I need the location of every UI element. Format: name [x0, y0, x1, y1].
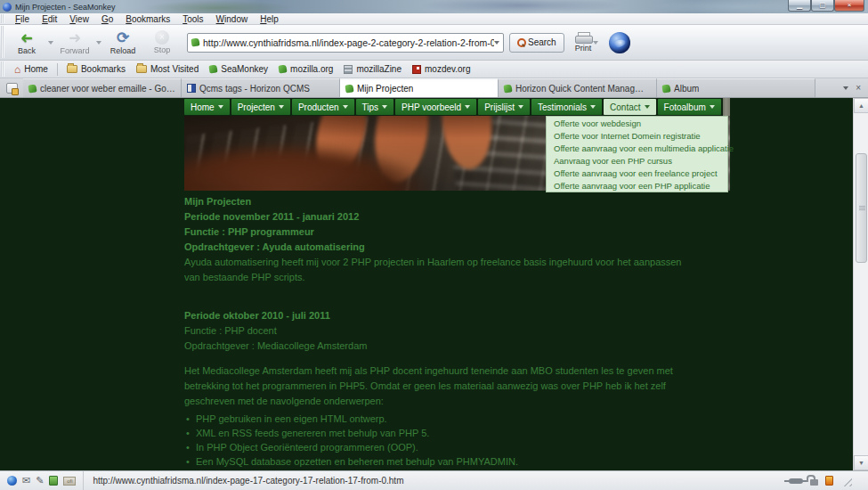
close-button[interactable]: ×: [834, 0, 864, 12]
menu-help[interactable]: Help: [254, 13, 285, 25]
print-button[interactable]: Print: [575, 32, 592, 53]
addressbook-icon[interactable]: [49, 476, 58, 486]
tab-google-search[interactable]: cleaner voor weber emaille - Google Sear…: [23, 78, 182, 97]
section2-period: Periode oktober 2010 - juli 2011: [184, 308, 685, 323]
resize-grip[interactable]: [840, 475, 852, 486]
menu-edit[interactable]: Edit: [36, 13, 63, 25]
section1-body: Ayuda automatisering heeft mij voor 2 PH…: [184, 255, 685, 285]
minimize-button[interactable]: ▁: [788, 0, 811, 12]
maximize-button[interactable]: ▢: [811, 0, 834, 12]
browser-window: Mijn Projecten - SeaMonkey ▁ ▢ × File Ed…: [0, 0, 868, 490]
bookmark-mozillazine[interactable]: mozillaZine: [338, 61, 407, 78]
stop-button[interactable]: × Stop: [142, 26, 182, 60]
section2-functie: Functie : PHP docent: [184, 323, 685, 339]
menu-item-freelance-project[interactable]: Offerte aanvraag voor een freelance proj…: [547, 167, 727, 180]
forward-dropdown-caret[interactable]: [96, 41, 101, 45]
scroll-down-button[interactable]: ▼: [854, 455, 868, 470]
close-tab-button[interactable]: ×: [856, 84, 861, 93]
bookmark-mozilla-org[interactable]: mozilla.org: [273, 61, 338, 78]
forward-button[interactable]: ➜ Forward: [55, 26, 94, 60]
bookmark-most-visited[interactable]: Most Visited: [131, 61, 204, 78]
reload-button[interactable]: ⟳ Reload: [103, 26, 142, 60]
print-dropdown-caret[interactable]: [593, 41, 598, 45]
bookmark-seamonkey[interactable]: SeaMonkey: [204, 61, 273, 78]
search-button[interactable]: Search: [509, 33, 564, 53]
site-nav-tips[interactable]: Tips: [356, 99, 394, 115]
menu-tools[interactable]: Tools: [176, 13, 209, 25]
chevron-down-icon: [279, 105, 284, 109]
menu-view[interactable]: View: [63, 13, 95, 25]
nav-filler: [723, 98, 730, 116]
online-status-icon[interactable]: [789, 478, 803, 484]
menu-file[interactable]: File: [9, 13, 36, 25]
printer-icon: [575, 32, 591, 43]
tab-horizon-qcms[interactable]: Horizon Quick Content Managment Syst...: [499, 78, 657, 97]
menu-bookmarks[interactable]: Bookmarks: [119, 13, 176, 25]
url-input[interactable]: [203, 37, 494, 48]
menu-window[interactable]: Window: [210, 13, 255, 25]
search-icon: [517, 38, 525, 46]
scrollbar-thumb[interactable]: [856, 153, 867, 263]
component-badge-icon[interactable]: ofi: [63, 477, 76, 486]
url-history-caret[interactable]: [494, 41, 499, 45]
menu-item-php-applicatie[interactable]: Offerte aanvraag voor een PHP applicatie: [547, 180, 727, 192]
seamonkey-logo-icon[interactable]: [609, 32, 630, 53]
site-nav-home[interactable]: Home: [184, 99, 230, 115]
toolbar-grippy[interactable]: [1, 61, 4, 77]
bookmark-bookmarks[interactable]: Bookmarks: [61, 61, 131, 78]
site-nav-projecten[interactable]: Projecten: [231, 99, 290, 115]
site-nav-fotoalbum[interactable]: Fotoalbum: [658, 99, 721, 115]
menu-item-multimedia-applicatie[interactable]: Offerte aanvraag voor een multimedia app…: [547, 143, 727, 155]
section2-opdrachtgever: Opdrachtgever : Mediacollege Amsterdam: [184, 339, 685, 354]
security-unlock-icon[interactable]: [810, 479, 818, 486]
site-nav-php-voorbeeld[interactable]: PHP voorbeeld: [395, 99, 476, 115]
scroll-up-button[interactable]: ▲: [854, 98, 868, 113]
back-dropdown-caret[interactable]: [48, 41, 53, 45]
menu-go[interactable]: Go: [95, 13, 119, 25]
tab-mijn-projecten[interactable]: Mijn Projecten: [340, 78, 499, 97]
tab-album[interactable]: Album: [657, 78, 815, 97]
chevron-down-icon: [218, 105, 223, 109]
section1-functie: Functie : PHP programmeur: [184, 225, 685, 240]
site-nav-testimonials[interactable]: Testimonials: [531, 99, 602, 115]
vertical-scrollbar[interactable]: ▲ ▼: [853, 98, 868, 470]
tag-icon: [278, 64, 287, 73]
bookmark-mozdev[interactable]: mozdev.org: [407, 61, 476, 78]
favicon-icon: [503, 84, 512, 93]
menu-item-php-cursus[interactable]: Aanvraag voor een PHP cursus: [547, 155, 727, 167]
site-nav-producten[interactable]: Producten: [292, 99, 354, 115]
bookmarks-toolbar: ⌂ Home Bookmarks Most Visited SeaMonkey …: [0, 61, 868, 78]
mail-icon[interactable]: ✉: [22, 476, 30, 486]
location-bar: [187, 33, 504, 53]
component-flame-icon[interactable]: [825, 476, 833, 486]
seamonkey-app-icon: [3, 3, 12, 12]
toolbar-grippy[interactable]: [1, 14, 4, 23]
menu-item-domein-registratie[interactable]: Offerte voor Internet Domein registratie: [547, 130, 727, 143]
list-item: Een MySQL database opzetten en beheren m…: [184, 454, 685, 469]
chevron-down-icon: [645, 105, 650, 109]
topics-list: PHP gebruiken in een eigen HTML ontwerp.…: [184, 412, 685, 470]
tag-icon: [209, 64, 218, 73]
site-nav-prijslijst[interactable]: Prijslijst: [478, 99, 530, 115]
window-title: Mijn Projecten - SeaMonkey: [15, 3, 116, 12]
site-nav-contact[interactable]: Contact: [604, 99, 655, 115]
stop-icon: ×: [155, 30, 169, 45]
list-all-tabs-button[interactable]: [843, 86, 848, 90]
page-bookmark-icon[interactable]: [191, 37, 199, 46]
navigator-icon[interactable]: [7, 476, 17, 486]
composer-icon[interactable]: ✎: [36, 476, 44, 486]
page-content: Mijn Projecten Periode november 2011 - j…: [184, 194, 685, 470]
tab-qcms-tags[interactable]: Qcms tags - Horizon QCMS: [182, 78, 340, 97]
bookmark-home[interactable]: ⌂ Home: [9, 61, 53, 78]
navigation-toolbar: ➜ Back ➜ Forward ⟳ Reload × Stop Search …: [0, 25, 868, 61]
list-item: In PHP Object Georiënteerd programmeren …: [184, 440, 685, 454]
tab-bar: cleaner voor weber emaille - Google Sear…: [0, 78, 868, 98]
back-button[interactable]: ➜ Back: [7, 26, 46, 60]
chevron-down-icon: [465, 105, 470, 109]
back-icon: ➜: [20, 30, 33, 45]
list-item: PHP gebruiken in een eigen HTML ontwerp.: [184, 412, 685, 426]
menu-item-offerte-webdesign[interactable]: Offerte voor webdesign: [547, 118, 727, 130]
toolbar-grippy[interactable]: [1, 26, 4, 58]
reload-icon: ⟳: [117, 30, 129, 45]
new-tab-button[interactable]: [0, 78, 23, 97]
